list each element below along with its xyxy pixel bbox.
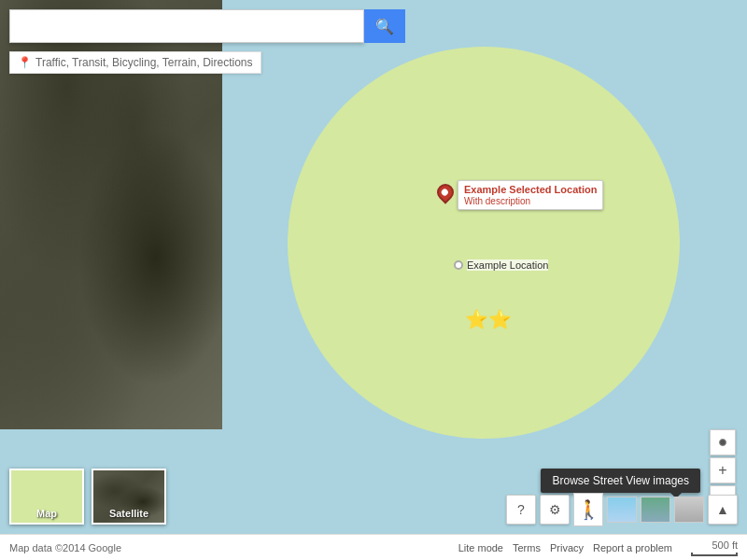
layers-text: Traffic, Transit, Bicycling, Terrain, Di… xyxy=(35,56,253,69)
map-type-satellite-label: Satellite xyxy=(109,508,148,519)
zoom-dot-btn[interactable] xyxy=(710,429,736,455)
scale-bar: 500 ft xyxy=(691,539,738,556)
map-data-credit: Map data ©2014 Google xyxy=(9,542,458,553)
pin-head xyxy=(433,180,457,203)
map-area[interactable]: Example Selected Location With descripti… xyxy=(222,0,747,523)
imagery-green-thumb[interactable] xyxy=(641,497,670,523)
selected-location-marker[interactable]: Example Selected Location With descripti… xyxy=(437,182,603,210)
map-type-map[interactable]: Map xyxy=(9,469,84,525)
selected-location-label: Example Selected Location With descripti… xyxy=(458,180,603,210)
lite-mode-link[interactable]: Lite mode xyxy=(458,542,503,553)
terms-link[interactable]: Terms xyxy=(513,542,541,553)
bottom-toolbar: ? ⚙ 🚶 ▲ xyxy=(506,493,738,526)
privacy-link[interactable]: Privacy xyxy=(550,542,584,553)
map-type-map-label: Map xyxy=(36,508,57,519)
location-dot xyxy=(454,260,463,270)
map-type-control: Map Satellite xyxy=(9,469,166,525)
report-problem-link[interactable]: Report a problem xyxy=(593,542,672,553)
pegman-button[interactable]: 🚶 xyxy=(573,493,603,526)
stars-marker: ⭐⭐ xyxy=(465,308,512,330)
layers-bar[interactable]: 📍 Traffic, Transit, Bicycling, Terrain, … xyxy=(9,51,261,74)
map-pin xyxy=(437,184,454,208)
search-input[interactable] xyxy=(10,10,328,42)
imagery-sky-thumb[interactable] xyxy=(607,497,637,523)
search-input-container xyxy=(9,9,364,43)
expand-button[interactable]: ▲ xyxy=(708,495,738,525)
help-icon: ? xyxy=(517,502,525,517)
search-bar: 🔍 xyxy=(9,9,405,43)
layers-icon: 📍 xyxy=(18,56,32,69)
green-circle xyxy=(288,47,680,439)
pegman-icon: 🚶 xyxy=(577,498,600,521)
scale-label: 500 ft xyxy=(712,539,738,551)
bottom-bar: Map data ©2014 Google Lite mode Terms Pr… xyxy=(0,534,747,560)
selected-location-title: Example Selected Location xyxy=(464,184,597,195)
map-type-satellite[interactable]: Satellite xyxy=(92,469,166,525)
settings-button[interactable]: ⚙ xyxy=(540,495,570,525)
scale-line xyxy=(691,553,738,556)
map-container: Example Selected Location With descripti… xyxy=(0,0,747,560)
help-button[interactable]: ? xyxy=(506,495,536,525)
search-icon: 🔍 xyxy=(375,18,394,35)
zoom-dot xyxy=(719,439,726,446)
search-button[interactable]: 🔍 xyxy=(364,9,405,43)
zoom-in-button[interactable]: + xyxy=(710,457,736,483)
example-location-marker[interactable]: Example Location xyxy=(454,259,548,271)
selected-location-desc: With description xyxy=(464,196,530,206)
street-view-banner: Browse Street View images xyxy=(541,469,700,493)
imagery-road-thumb[interactable] xyxy=(674,497,704,523)
gear-icon: ⚙ xyxy=(549,502,561,517)
example-location-label: Example Location xyxy=(467,259,548,271)
expand-icon: ▲ xyxy=(716,502,729,517)
bottom-links: Lite mode Terms Privacy Report a problem… xyxy=(458,539,738,556)
